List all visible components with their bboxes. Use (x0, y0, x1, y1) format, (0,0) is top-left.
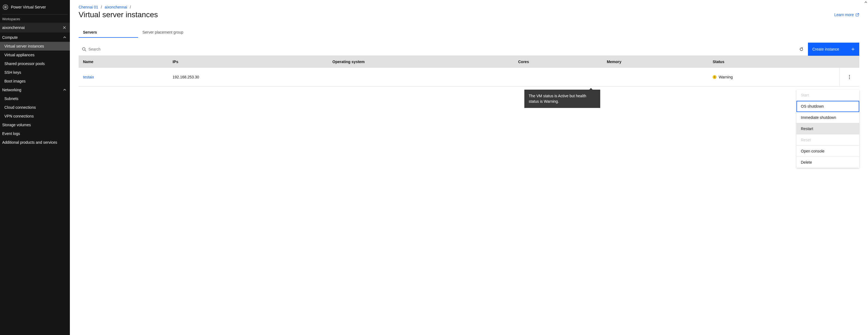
svg-point-9 (849, 75, 850, 76)
menu-item-delete[interactable]: Delete (797, 157, 859, 168)
product-icon (2, 4, 9, 10)
search-icon (82, 47, 86, 51)
menu-item-label: Restart (801, 127, 813, 131)
menu-item-start: Start (797, 90, 859, 101)
nav-item-label: Cloud connections (4, 105, 36, 110)
nav-item-label: Virtual appliances (4, 53, 34, 57)
col-cores[interactable]: Cores (514, 56, 602, 68)
search-wrapper (79, 43, 795, 56)
col-ips[interactable]: IPs (168, 56, 328, 68)
nav-item-label: Additional products and services (2, 140, 57, 144)
col-actions (840, 56, 860, 68)
refresh-button[interactable] (795, 43, 808, 56)
scroll-indicator-icon (864, 1, 867, 4)
nav-item-label: Boot images (4, 79, 26, 83)
breadcrumb-region[interactable]: Chennai 01 (79, 5, 98, 9)
product-title: Power Virtual Server (11, 5, 46, 9)
svg-line-6 (85, 50, 86, 51)
nav-group-label: Compute (2, 35, 18, 39)
sidebar-header: Power Virtual Server (0, 4, 70, 14)
chevron-up-icon (63, 88, 67, 92)
warning-icon (713, 75, 716, 79)
page-header: Virtual server instances Learn more (79, 10, 859, 19)
sidebar-item-shared-processor-pools[interactable]: Shared processor pools (0, 59, 70, 68)
sidebar-item-subnets[interactable]: Subnets (0, 94, 70, 103)
nav-group-label: Networking (2, 88, 21, 92)
table-row: testaix 192.168.253.30 Warning (79, 68, 859, 87)
nav-item-label: Virtual server instances (4, 44, 44, 48)
plus-icon (851, 47, 855, 51)
sidebar-item-virtual-server-instances[interactable]: Virtual server instances (0, 42, 70, 51)
search-input[interactable] (88, 43, 792, 55)
instance-cores (514, 68, 602, 87)
tabs: Servers Server placement group (79, 27, 859, 38)
nav-item-label: Subnets (4, 96, 18, 101)
col-status[interactable]: Status (708, 56, 840, 68)
status-text: Warning (719, 75, 733, 79)
status-cell: Warning (713, 75, 835, 79)
menu-item-label: Delete (801, 160, 812, 165)
svg-point-10 (849, 77, 850, 78)
menu-item-label: Immediate shutdown (801, 115, 836, 120)
sidebar: Power Virtual Server Workspaces aixonche… (0, 0, 70, 335)
create-instance-button[interactable]: Create instance (808, 43, 859, 56)
tab-servers[interactable]: Servers (79, 27, 138, 38)
create-label: Create instance (812, 47, 839, 51)
breadcrumb-sep: / (128, 5, 133, 9)
workspace-selector[interactable]: aixonchennai (0, 23, 70, 32)
close-icon[interactable] (62, 25, 67, 30)
tab-server-placement-group[interactable]: Server placement group (138, 27, 197, 38)
menu-item-label: Open console (801, 149, 824, 153)
sidebar-item-vpn-connections[interactable]: VPN connections (0, 112, 70, 120)
menu-item-restart[interactable]: Restart (797, 123, 859, 134)
menu-item-open-console[interactable]: Open console (797, 146, 859, 157)
external-link-icon (856, 13, 859, 17)
nav-item-label: VPN connections (4, 114, 34, 118)
sidebar-item-event-logs[interactable]: Event logs (0, 129, 70, 138)
col-memory[interactable]: Memory (602, 56, 708, 68)
sidebar-item-virtual-appliances[interactable]: Virtual appliances (0, 51, 70, 59)
nav-item-label: Shared processor pools (4, 61, 45, 66)
sidebar-item-ssh-keys[interactable]: SSH keys (0, 68, 70, 77)
refresh-icon (799, 47, 804, 51)
nav-item-label: Storage volumes (2, 123, 31, 127)
sidebar-item-additional-products[interactable]: Additional products and services (0, 138, 70, 147)
tab-label: Servers (83, 30, 97, 34)
svg-point-2 (5, 7, 6, 8)
nav-item-label: SSH keys (4, 70, 21, 75)
breadcrumb: Chennai 01 / aixonchennai / (79, 5, 859, 9)
sidebar-item-boot-images[interactable]: Boot images (0, 77, 70, 86)
instance-os (328, 68, 514, 87)
menu-item-os-shutdown[interactable]: OS shutdown (797, 101, 859, 112)
row-actions-menu: Start OS shutdown Immediate shutdown Res… (797, 90, 859, 168)
menu-item-label: Reset (801, 138, 811, 142)
breadcrumb-sep: / (99, 5, 104, 9)
menu-item-label: OS shutdown (801, 104, 824, 109)
table-toolbar: Create instance (79, 43, 859, 56)
menu-item-immediate-shutdown[interactable]: Immediate shutdown (797, 112, 859, 123)
learn-more-label: Learn more (834, 12, 854, 17)
instance-memory (602, 68, 708, 87)
divider (2, 14, 68, 15)
workspace-name: aixonchennai (2, 25, 25, 30)
nav-group-networking[interactable]: Networking (0, 86, 70, 94)
col-os[interactable]: Operating system (328, 56, 514, 68)
nav-group-compute[interactable]: Compute (0, 33, 70, 42)
learn-more-link[interactable]: Learn more (834, 12, 859, 17)
nav-item-label: Event logs (2, 132, 20, 136)
main-content: Chennai 01 / aixonchennai / Virtual serv… (70, 0, 868, 335)
overflow-menu-icon (849, 75, 850, 79)
instances-table: Name IPs Operating system Cores Memory S… (79, 56, 859, 87)
col-name[interactable]: Name (79, 56, 168, 68)
chevron-up-icon (63, 35, 67, 39)
instance-name-link[interactable]: testaix (83, 75, 94, 79)
page-title: Virtual server instances (79, 10, 158, 19)
menu-item-label: Start (801, 93, 809, 97)
svg-point-5 (83, 48, 85, 50)
table-header-row: Name IPs Operating system Cores Memory S… (79, 56, 859, 68)
sidebar-item-storage-volumes[interactable]: Storage volumes (0, 120, 70, 129)
breadcrumb-workspace[interactable]: aixonchennai (104, 5, 127, 9)
workspaces-label: Workspaces (0, 17, 70, 23)
row-actions-button[interactable] (844, 72, 855, 83)
sidebar-item-cloud-connections[interactable]: Cloud connections (0, 103, 70, 112)
